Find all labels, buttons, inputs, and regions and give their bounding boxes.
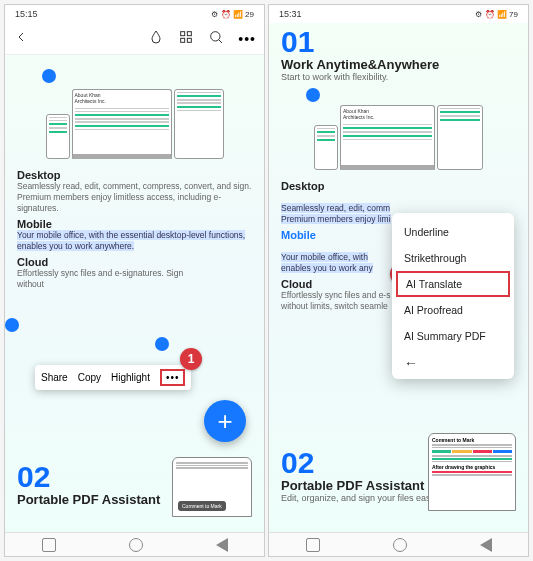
nav-recent[interactable] bbox=[306, 538, 320, 552]
menu-ai-translate[interactable]: AI Translate bbox=[396, 271, 510, 297]
cloud-body: Effortlessly sync files and e-signatures… bbox=[17, 268, 252, 290]
nav-home[interactable] bbox=[129, 538, 143, 552]
desktop-heading: Desktop bbox=[17, 169, 252, 181]
devices-illustration: About KhanArchitects Inc. bbox=[17, 69, 252, 159]
device-laptop: About KhanArchitects Inc. bbox=[340, 105, 435, 170]
document-content: About KhanArchitects Inc. Desktop Seamle… bbox=[5, 55, 264, 532]
svg-rect-0 bbox=[181, 31, 185, 35]
device-tablet bbox=[437, 105, 483, 170]
status-time: 15:15 bbox=[15, 9, 38, 19]
menu-back[interactable]: ← bbox=[392, 349, 514, 373]
highlight-button[interactable]: Highlight bbox=[111, 372, 150, 383]
decoration-dot bbox=[306, 88, 320, 102]
grid-icon[interactable] bbox=[178, 29, 194, 49]
section-number-01: 01 bbox=[281, 27, 516, 57]
menu-underline[interactable]: Underline bbox=[392, 219, 514, 245]
menu-ai-summary[interactable]: AI Summary PDF bbox=[392, 323, 514, 349]
text-selection-popup: Share Copy Highlight ••• bbox=[35, 365, 191, 390]
menu-ai-proofread[interactable]: AI Proofread bbox=[392, 297, 514, 323]
svg-rect-3 bbox=[188, 38, 192, 42]
desktop-heading: Desktop bbox=[281, 180, 516, 192]
android-nav-bar bbox=[5, 532, 264, 556]
status-bar: 15:31 ⚙ ⏰ 📶 79 bbox=[269, 5, 528, 23]
phone-preview: Comment to Mark bbox=[172, 457, 252, 517]
status-bar: 15:15 ⚙ ⏰ 📶 29 bbox=[5, 5, 264, 23]
preview-text: After drawing the graphics bbox=[432, 464, 512, 470]
android-nav-bar bbox=[269, 532, 528, 556]
desktop-body: Seamlessly read, edit, comment, compress… bbox=[17, 181, 252, 214]
preview-comment: Comment to Mark bbox=[178, 501, 226, 511]
section-title-01: Work Anytime&Anywhere bbox=[281, 57, 516, 72]
more-button[interactable]: ••• bbox=[160, 369, 186, 386]
device-phone bbox=[314, 125, 338, 170]
mobile-body: Your mobile office, with the essential d… bbox=[17, 230, 252, 252]
status-icons: ⚙ ⏰ 📶 29 bbox=[211, 10, 254, 19]
context-menu: Underline Strikethrough AI Translate AI … bbox=[392, 213, 514, 379]
nav-back[interactable] bbox=[480, 538, 492, 552]
left-phone: 15:15 ⚙ ⏰ 📶 29 ••• About KhanArchitects … bbox=[4, 4, 265, 557]
step-badge-1: 1 bbox=[180, 348, 202, 370]
share-button[interactable]: Share bbox=[41, 372, 68, 383]
drop-icon[interactable] bbox=[148, 29, 164, 49]
back-icon[interactable] bbox=[13, 29, 29, 49]
svg-point-4 bbox=[211, 31, 220, 40]
nav-recent[interactable] bbox=[42, 538, 56, 552]
status-time: 15:31 bbox=[279, 9, 302, 19]
svg-rect-1 bbox=[188, 31, 192, 35]
selection-handle-start[interactable] bbox=[5, 318, 19, 332]
section-02: 02 Portable PDF Assistant Comment to Mar… bbox=[17, 462, 252, 507]
top-toolbar: ••• bbox=[5, 23, 264, 55]
search-icon[interactable] bbox=[208, 29, 224, 49]
status-icons: ⚙ ⏰ 📶 79 bbox=[475, 10, 518, 19]
more-icon[interactable]: ••• bbox=[238, 31, 256, 47]
copy-button[interactable]: Copy bbox=[78, 372, 101, 383]
nav-back[interactable] bbox=[216, 538, 228, 552]
device-laptop: About KhanArchitects Inc. bbox=[72, 89, 172, 159]
preview-heading: Comment to Mark bbox=[432, 437, 512, 443]
section-sub-01: Start to work with flexibility. bbox=[281, 72, 516, 82]
decoration-dot bbox=[42, 69, 56, 83]
nav-home[interactable] bbox=[393, 538, 407, 552]
document-content: 01 Work Anytime&Anywhere Start to work w… bbox=[269, 23, 528, 532]
device-tablet bbox=[174, 89, 224, 159]
svg-line-5 bbox=[219, 39, 222, 42]
svg-rect-2 bbox=[181, 38, 185, 42]
section-02: 02 Portable PDF Assistant Edit, organize… bbox=[281, 448, 516, 507]
device-phone bbox=[46, 114, 70, 159]
menu-strikethrough[interactable]: Strikethrough bbox=[392, 245, 514, 271]
fab-add-button[interactable]: + bbox=[204, 400, 246, 442]
phone-preview: Comment to Mark After drawing the graphi… bbox=[428, 433, 516, 511]
selection-handle-end[interactable] bbox=[155, 337, 169, 351]
mobile-heading: Mobile bbox=[17, 218, 252, 230]
selected-text[interactable]: Your mobile office, with the essential d… bbox=[17, 230, 245, 251]
devices-illustration: About KhanArchitects Inc. bbox=[281, 88, 516, 170]
cloud-heading: Cloud bbox=[17, 256, 252, 268]
right-phone: 15:31 ⚙ ⏰ 📶 79 01 Work Anytime&Anywhere … bbox=[268, 4, 529, 557]
